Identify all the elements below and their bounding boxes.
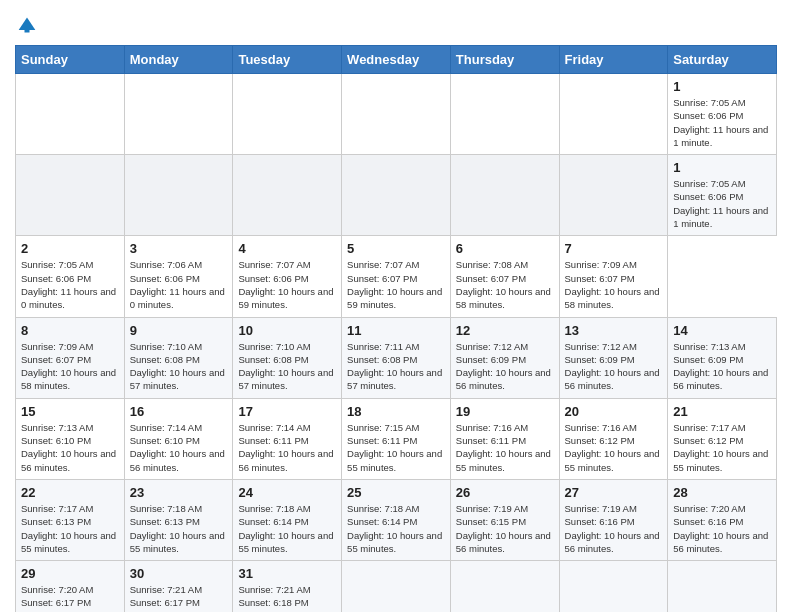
- empty-cell: [668, 561, 777, 612]
- day-info: Sunrise: 7:07 AMSunset: 6:06 PMDaylight:…: [238, 258, 336, 311]
- day-info: Sunrise: 7:18 AMSunset: 6:13 PMDaylight:…: [130, 502, 228, 555]
- empty-cell: [233, 155, 342, 236]
- day-cell: 27Sunrise: 7:19 AMSunset: 6:16 PMDayligh…: [559, 479, 668, 560]
- day-info: Sunrise: 7:17 AMSunset: 6:12 PMDaylight:…: [673, 421, 771, 474]
- header-sunday: Sunday: [16, 46, 125, 74]
- day-cell: 17Sunrise: 7:14 AMSunset: 6:11 PMDayligh…: [233, 398, 342, 479]
- calendar-week-5: 22Sunrise: 7:17 AMSunset: 6:13 PMDayligh…: [16, 479, 777, 560]
- day-info: Sunrise: 7:16 AMSunset: 6:11 PMDaylight:…: [456, 421, 554, 474]
- day-cell: 2Sunrise: 7:05 AMSunset: 6:06 PMDaylight…: [16, 236, 125, 317]
- empty-cell: [16, 74, 125, 155]
- svg-marker-0: [19, 18, 36, 31]
- calendar-week-2: 2Sunrise: 7:05 AMSunset: 6:06 PMDaylight…: [16, 236, 777, 317]
- header-wednesday: Wednesday: [342, 46, 451, 74]
- day-cell: 15Sunrise: 7:13 AMSunset: 6:10 PMDayligh…: [16, 398, 125, 479]
- empty-cell: [559, 74, 668, 155]
- day-info: Sunrise: 7:17 AMSunset: 6:13 PMDaylight:…: [21, 502, 119, 555]
- day-number: 12: [456, 323, 554, 338]
- calendar-table: SundayMondayTuesdayWednesdayThursdayFrid…: [15, 45, 777, 612]
- empty-cell: [559, 155, 668, 236]
- day-cell: 16Sunrise: 7:14 AMSunset: 6:10 PMDayligh…: [124, 398, 233, 479]
- calendar-week-0: 1Sunrise: 7:05 AMSunset: 6:06 PMDaylight…: [16, 74, 777, 155]
- calendar-week-3: 8Sunrise: 7:09 AMSunset: 6:07 PMDaylight…: [16, 317, 777, 398]
- day-cell: 9Sunrise: 7:10 AMSunset: 6:08 PMDaylight…: [124, 317, 233, 398]
- day-info: Sunrise: 7:16 AMSunset: 6:12 PMDaylight:…: [565, 421, 663, 474]
- day-info: Sunrise: 7:15 AMSunset: 6:11 PMDaylight:…: [347, 421, 445, 474]
- day-cell: 1Sunrise: 7:05 AMSunset: 6:06 PMDaylight…: [668, 155, 777, 236]
- empty-cell: [342, 155, 451, 236]
- empty-cell: [342, 74, 451, 155]
- day-info: Sunrise: 7:19 AMSunset: 6:16 PMDaylight:…: [565, 502, 663, 555]
- day-info: Sunrise: 7:21 AMSunset: 6:18 PMDaylight:…: [238, 583, 336, 612]
- day-cell: 21Sunrise: 7:17 AMSunset: 6:12 PMDayligh…: [668, 398, 777, 479]
- day-cell: 29Sunrise: 7:20 AMSunset: 6:17 PMDayligh…: [16, 561, 125, 612]
- day-number: 24: [238, 485, 336, 500]
- day-number: 29: [21, 566, 119, 581]
- day-cell: 13Sunrise: 7:12 AMSunset: 6:09 PMDayligh…: [559, 317, 668, 398]
- day-info: Sunrise: 7:13 AMSunset: 6:09 PMDaylight:…: [673, 340, 771, 393]
- day-number: 4: [238, 241, 336, 256]
- day-info: Sunrise: 7:11 AMSunset: 6:08 PMDaylight:…: [347, 340, 445, 393]
- day-info: Sunrise: 7:06 AMSunset: 6:06 PMDaylight:…: [130, 258, 228, 311]
- day-number: 15: [21, 404, 119, 419]
- day-number: 5: [347, 241, 445, 256]
- day-info: Sunrise: 7:14 AMSunset: 6:10 PMDaylight:…: [130, 421, 228, 474]
- day-cell: 3Sunrise: 7:06 AMSunset: 6:06 PMDaylight…: [124, 236, 233, 317]
- day-number: 1: [673, 79, 771, 94]
- empty-cell: [16, 155, 125, 236]
- day-number: 17: [238, 404, 336, 419]
- header-thursday: Thursday: [450, 46, 559, 74]
- day-info: Sunrise: 7:20 AMSunset: 6:16 PMDaylight:…: [673, 502, 771, 555]
- day-info: Sunrise: 7:10 AMSunset: 6:08 PMDaylight:…: [130, 340, 228, 393]
- empty-cell: [559, 561, 668, 612]
- day-number: 2: [21, 241, 119, 256]
- calendar-week-4: 15Sunrise: 7:13 AMSunset: 6:10 PMDayligh…: [16, 398, 777, 479]
- day-cell: 20Sunrise: 7:16 AMSunset: 6:12 PMDayligh…: [559, 398, 668, 479]
- day-cell: 7Sunrise: 7:09 AMSunset: 6:07 PMDaylight…: [559, 236, 668, 317]
- day-number: 20: [565, 404, 663, 419]
- day-number: 18: [347, 404, 445, 419]
- day-number: 16: [130, 404, 228, 419]
- day-number: 19: [456, 404, 554, 419]
- logo-icon: [17, 15, 37, 35]
- day-info: Sunrise: 7:09 AMSunset: 6:07 PMDaylight:…: [21, 340, 119, 393]
- day-number: 1: [673, 160, 771, 175]
- day-info: Sunrise: 7:20 AMSunset: 6:17 PMDaylight:…: [21, 583, 119, 612]
- calendar-header-row: SundayMondayTuesdayWednesdayThursdayFrid…: [16, 46, 777, 74]
- day-cell: 6Sunrise: 7:08 AMSunset: 6:07 PMDaylight…: [450, 236, 559, 317]
- day-info: Sunrise: 7:14 AMSunset: 6:11 PMDaylight:…: [238, 421, 336, 474]
- logo: [15, 15, 37, 35]
- day-number: 9: [130, 323, 228, 338]
- day-info: Sunrise: 7:10 AMSunset: 6:08 PMDaylight:…: [238, 340, 336, 393]
- day-number: 8: [21, 323, 119, 338]
- empty-cell: [450, 155, 559, 236]
- day-info: Sunrise: 7:05 AMSunset: 6:06 PMDaylight:…: [21, 258, 119, 311]
- day-cell: 25Sunrise: 7:18 AMSunset: 6:14 PMDayligh…: [342, 479, 451, 560]
- day-number: 7: [565, 241, 663, 256]
- day-cell: 30Sunrise: 7:21 AMSunset: 6:17 PMDayligh…: [124, 561, 233, 612]
- header-saturday: Saturday: [668, 46, 777, 74]
- day-cell: 23Sunrise: 7:18 AMSunset: 6:13 PMDayligh…: [124, 479, 233, 560]
- day-cell: 31Sunrise: 7:21 AMSunset: 6:18 PMDayligh…: [233, 561, 342, 612]
- day-cell: 12Sunrise: 7:12 AMSunset: 6:09 PMDayligh…: [450, 317, 559, 398]
- day-number: 22: [21, 485, 119, 500]
- day-number: 21: [673, 404, 771, 419]
- day-number: 6: [456, 241, 554, 256]
- day-cell: 22Sunrise: 7:17 AMSunset: 6:13 PMDayligh…: [16, 479, 125, 560]
- day-cell: 24Sunrise: 7:18 AMSunset: 6:14 PMDayligh…: [233, 479, 342, 560]
- day-cell: 10Sunrise: 7:10 AMSunset: 6:08 PMDayligh…: [233, 317, 342, 398]
- day-info: Sunrise: 7:09 AMSunset: 6:07 PMDaylight:…: [565, 258, 663, 311]
- day-info: Sunrise: 7:13 AMSunset: 6:10 PMDaylight:…: [21, 421, 119, 474]
- day-number: 23: [130, 485, 228, 500]
- day-info: Sunrise: 7:07 AMSunset: 6:07 PMDaylight:…: [347, 258, 445, 311]
- svg-rect-1: [25, 30, 30, 33]
- day-cell: 26Sunrise: 7:19 AMSunset: 6:15 PMDayligh…: [450, 479, 559, 560]
- day-cell: 1Sunrise: 7:05 AMSunset: 6:06 PMDaylight…: [668, 74, 777, 155]
- header-tuesday: Tuesday: [233, 46, 342, 74]
- day-cell: 19Sunrise: 7:16 AMSunset: 6:11 PMDayligh…: [450, 398, 559, 479]
- day-number: 10: [238, 323, 336, 338]
- calendar-week-6: 29Sunrise: 7:20 AMSunset: 6:17 PMDayligh…: [16, 561, 777, 612]
- day-number: 11: [347, 323, 445, 338]
- day-cell: 14Sunrise: 7:13 AMSunset: 6:09 PMDayligh…: [668, 317, 777, 398]
- day-info: Sunrise: 7:12 AMSunset: 6:09 PMDaylight:…: [456, 340, 554, 393]
